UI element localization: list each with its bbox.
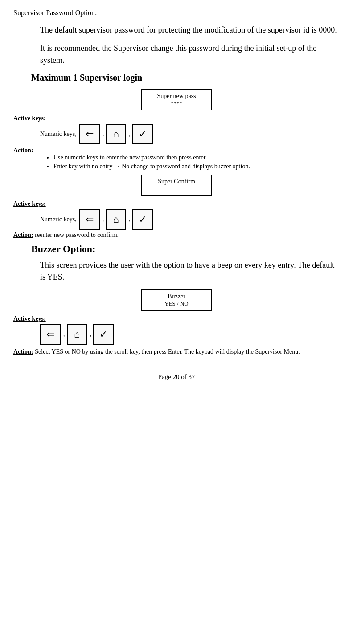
bullet1: Use numeric keys to enter the new passwo… [53,154,340,161]
home-key-1[interactable]: ⌂ [106,124,126,144]
screen1-box: Super new pass **** [141,89,212,110]
keys-row-2: Numeric keys, ⇐ , ⌂ , ✓ [40,209,340,230]
active-keys-label-3: Active keys: [13,315,340,322]
buzzer-section: Buzzer Option: This screen provides the … [13,243,340,355]
screen1-container: Super new pass **** [13,89,340,110]
back-key-3[interactable]: ⇐ [40,324,61,345]
keys-row-3: ⇐ , ⌂ , ✓ [40,324,340,345]
screen1-line1: Super new pass [154,93,199,100]
back-key-1[interactable]: ⇐ [79,124,100,144]
screen3-container: Buzzer YES / NO [13,289,340,311]
screen2-box: Super Confirm ---- [141,175,212,196]
comma-4: , [129,216,131,223]
back-key-2[interactable]: ⇐ [79,209,100,230]
comma-6: , [90,331,92,338]
action-label-3: Action: [13,348,33,355]
action-2-row: Action: reenter new password to confirm. [13,232,340,239]
screen1-line2: **** [154,100,199,107]
action-label-2: Action: [13,232,33,239]
section1-heading: Supervisor Password Option: [13,9,340,17]
comma-1: , [103,130,104,138]
screen2-line1: Super Confirm [154,178,199,185]
para1: The default supervisor password for prot… [40,24,340,36]
para3: Maximum 1 Supervisor login [31,73,340,83]
section2-heading: Buzzer Option: [31,243,340,255]
action-text-3: Select YES or NO by using the scroll key… [35,348,300,355]
home-key-3[interactable]: ⌂ [67,324,87,345]
para4: This screen provides the user with the o… [40,259,340,283]
comma-3: , [103,216,104,223]
active-keys-label-1: Active keys: [13,115,340,122]
action-label-1: Action: [13,147,340,154]
screen3-box: Buzzer YES / NO [141,289,212,311]
numeric-label-2: Numeric keys, [40,216,77,223]
home-key-2[interactable]: ⌂ [106,209,126,230]
bullet2: Enter key with no entry → No change to p… [53,163,340,170]
screen2-line2: ---- [154,185,199,192]
screen2-container: Super Confirm ---- [13,175,340,196]
comma-5: , [63,331,65,338]
page-footer: Page 20 of 37 [13,373,340,381]
screen3-line1: Buzzer [154,293,199,300]
numeric-label-1: Numeric keys, [40,130,77,138]
para2: It is recommended the Supervisor change … [40,42,340,66]
screen3-line2: YES / NO [154,300,199,307]
keys-row-1: Numeric keys, ⇐ , ⌂ , ✓ [40,124,340,144]
enter-key-2[interactable]: ✓ [132,209,153,230]
enter-key-3[interactable]: ✓ [93,324,114,345]
action-bullets-1: Use numeric keys to enter the new passwo… [53,154,340,170]
comma-2: , [129,130,131,138]
action-text-2: reenter new password to confirm. [35,232,119,239]
active-keys-label-2: Active keys: [13,200,340,208]
enter-key-1[interactable]: ✓ [132,124,153,144]
action-3-row: Action: Select YES or NO by using the sc… [13,348,340,355]
